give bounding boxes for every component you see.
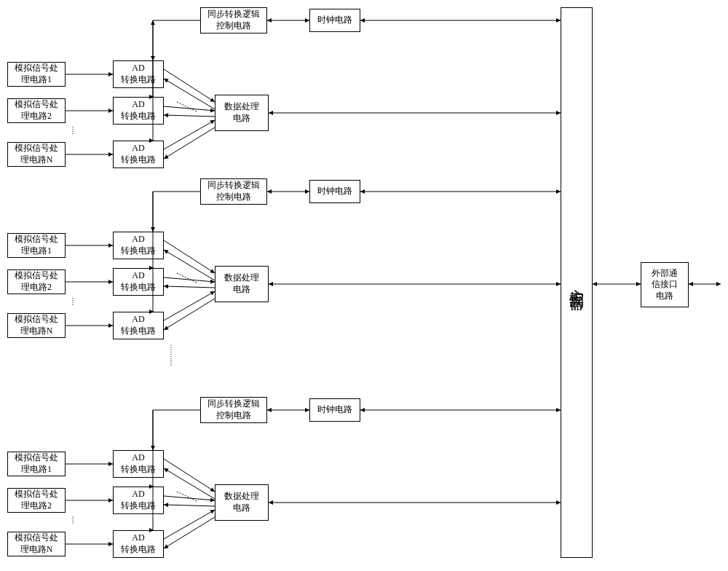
analog-3-N: 模拟信号处理电路N <box>7 532 66 556</box>
svg-line-23 <box>164 291 215 320</box>
svg-line-4 <box>164 79 215 109</box>
ad-1-1: AD转换电路 <box>113 60 164 88</box>
arrows-layer <box>0 0 728 571</box>
ad-3-2: AD转换电路 <box>113 487 164 514</box>
svg-line-20 <box>164 250 215 280</box>
dots-1: .... <box>69 124 76 133</box>
dots-3: .... <box>69 513 76 522</box>
svg-line-19 <box>164 240 215 273</box>
ad-1-N: AD转换电路 <box>113 141 164 168</box>
analog-2-N: 模拟信号处理电路N <box>7 313 66 338</box>
data-proc-3: 数据处理电路 <box>215 484 269 521</box>
analog-1-1: 模拟信号处理电路1 <box>7 62 66 87</box>
analog-1-2: 模拟信号处理电路2 <box>7 98 66 123</box>
clock-1: 时钟电路 <box>309 9 360 32</box>
analog-3-2: 模拟信号处理电路2 <box>7 488 66 513</box>
analog-3-1: 模拟信号处理电路1 <box>7 452 66 476</box>
ad-3-N: AD转换电路 <box>113 530 164 558</box>
ad-2-N: AD转换电路 <box>113 312 164 339</box>
svg-line-39 <box>164 517 215 548</box>
ad-3-1: AD转换电路 <box>113 450 164 478</box>
analog-1-N: 模拟信号处理电路N <box>7 142 66 167</box>
svg-line-22 <box>164 286 215 288</box>
svg-line-35 <box>164 468 215 499</box>
main-controller: 主控制器 <box>561 7 593 558</box>
svg-line-21 <box>164 277 215 282</box>
svg-line-37 <box>164 505 215 506</box>
svg-line-9 <box>177 102 197 111</box>
svg-line-3 <box>164 69 215 102</box>
svg-line-40 <box>177 492 197 501</box>
sync-logic-2: 同步转换逻辑控制电路 <box>200 178 267 205</box>
svg-line-5 <box>164 106 215 111</box>
analog-2-1: 模拟信号处理电路1 <box>7 233 66 258</box>
svg-line-7 <box>164 120 215 149</box>
svg-line-8 <box>164 127 215 159</box>
clock-2: 时钟电路 <box>309 180 360 203</box>
svg-line-24 <box>164 299 215 330</box>
svg-line-34 <box>164 459 215 492</box>
svg-line-36 <box>164 496 215 500</box>
svg-line-6 <box>164 115 215 117</box>
data-proc-2: 数据处理电路 <box>215 266 269 302</box>
data-proc-1: 数据处理电路 <box>215 95 269 131</box>
svg-line-38 <box>164 510 215 539</box>
ad-2-1: AD转换电路 <box>113 232 164 259</box>
external-comm: 外部通信接口电路 <box>641 262 689 307</box>
ad-2-2: AD转换电路 <box>113 268 164 296</box>
sync-logic-1: 同步转换逻辑控制电路 <box>200 7 267 34</box>
sync-logic-3: 同步转换逻辑控制电路 <box>200 397 267 423</box>
analog-2-2: 模拟信号处理电路2 <box>7 269 66 294</box>
svg-line-25 <box>177 273 197 283</box>
group-dots: .......... <box>167 342 175 386</box>
ad-1-2: AD转换电路 <box>113 97 164 125</box>
clock-3: 时钟电路 <box>309 398 360 422</box>
dots-2: .... <box>69 295 76 304</box>
